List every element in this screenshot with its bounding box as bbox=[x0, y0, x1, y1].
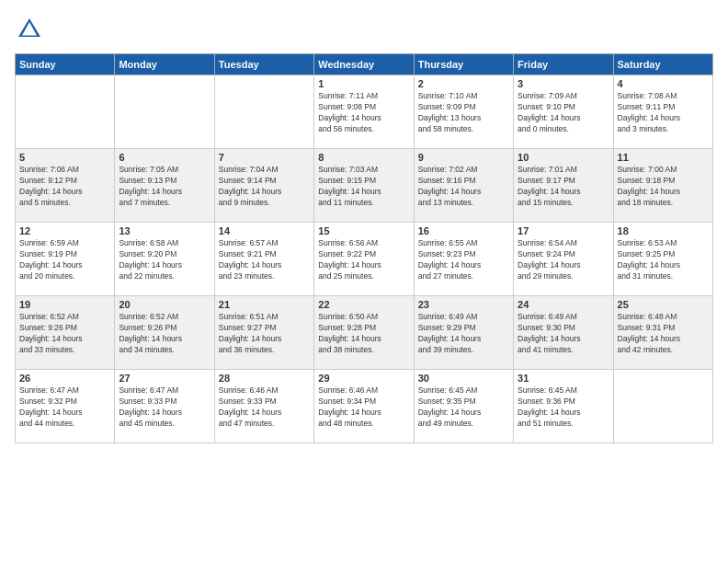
calendar-cell: 9Sunrise: 7:02 AM Sunset: 9:16 PM Daylig… bbox=[414, 149, 513, 223]
day-number: 12 bbox=[19, 225, 110, 236]
weekday-header-sunday: Sunday bbox=[16, 54, 115, 75]
day-info: Sunrise: 6:58 AM Sunset: 9:20 PM Dayligh… bbox=[119, 238, 210, 282]
calendar-cell: 15Sunrise: 6:56 AM Sunset: 9:22 PM Dayli… bbox=[314, 223, 414, 296]
day-number: 27 bbox=[119, 373, 210, 384]
weekday-header-thursday: Thursday bbox=[414, 54, 513, 75]
calendar-cell: 24Sunrise: 6:49 AM Sunset: 9:30 PM Dayli… bbox=[514, 296, 613, 370]
day-number: 8 bbox=[318, 152, 409, 163]
day-number: 14 bbox=[219, 225, 310, 236]
day-number: 24 bbox=[518, 299, 609, 310]
day-number: 5 bbox=[19, 152, 110, 163]
day-number: 22 bbox=[318, 299, 409, 310]
calendar-cell: 14Sunrise: 6:57 AM Sunset: 9:21 PM Dayli… bbox=[214, 223, 313, 296]
page: SundayMondayTuesdayWednesdayThursdayFrid… bbox=[0, 0, 728, 563]
day-info: Sunrise: 7:01 AM Sunset: 9:17 PM Dayligh… bbox=[518, 165, 609, 209]
day-info: Sunrise: 7:00 AM Sunset: 9:18 PM Dayligh… bbox=[618, 165, 709, 209]
calendar-cell: 10Sunrise: 7:01 AM Sunset: 9:17 PM Dayli… bbox=[514, 149, 613, 223]
weekday-header-tuesday: Tuesday bbox=[214, 54, 313, 75]
day-info: Sunrise: 6:46 AM Sunset: 9:33 PM Dayligh… bbox=[219, 385, 310, 430]
day-info: Sunrise: 6:47 AM Sunset: 9:33 PM Dayligh… bbox=[119, 385, 210, 430]
calendar-cell: 17Sunrise: 6:54 AM Sunset: 9:24 PM Dayli… bbox=[514, 223, 613, 296]
day-info: Sunrise: 6:45 AM Sunset: 9:36 PM Dayligh… bbox=[518, 385, 609, 430]
calendar-cell bbox=[115, 75, 214, 149]
calendar-cell: 4Sunrise: 7:08 AM Sunset: 9:11 PM Daylig… bbox=[613, 75, 712, 149]
day-info: Sunrise: 6:53 AM Sunset: 9:25 PM Dayligh… bbox=[618, 238, 709, 282]
calendar-cell bbox=[16, 75, 115, 149]
calendar-cell: 27Sunrise: 6:47 AM Sunset: 9:33 PM Dayli… bbox=[115, 370, 214, 443]
calendar-week-row: 1Sunrise: 7:11 AM Sunset: 9:08 PM Daylig… bbox=[16, 75, 713, 149]
calendar-cell: 16Sunrise: 6:55 AM Sunset: 9:23 PM Dayli… bbox=[414, 223, 513, 296]
day-number: 4 bbox=[618, 78, 709, 89]
calendar-week-row: 26Sunrise: 6:47 AM Sunset: 9:32 PM Dayli… bbox=[16, 370, 713, 443]
day-number: 31 bbox=[518, 373, 609, 384]
day-info: Sunrise: 6:45 AM Sunset: 9:35 PM Dayligh… bbox=[418, 385, 509, 430]
weekday-header-saturday: Saturday bbox=[613, 54, 712, 75]
weekday-header-monday: Monday bbox=[115, 54, 214, 75]
day-number: 16 bbox=[418, 225, 509, 236]
day-number: 19 bbox=[19, 299, 110, 310]
day-number: 10 bbox=[518, 152, 609, 163]
calendar-cell: 21Sunrise: 6:51 AM Sunset: 9:27 PM Dayli… bbox=[214, 296, 313, 370]
calendar-cell: 6Sunrise: 7:05 AM Sunset: 9:13 PM Daylig… bbox=[115, 149, 214, 223]
generalblue-logo-icon bbox=[15, 15, 44, 44]
day-number: 6 bbox=[119, 152, 210, 163]
calendar-cell bbox=[613, 370, 712, 443]
calendar-week-row: 12Sunrise: 6:59 AM Sunset: 9:19 PM Dayli… bbox=[16, 223, 713, 296]
calendar-cell: 22Sunrise: 6:50 AM Sunset: 9:28 PM Dayli… bbox=[314, 296, 414, 370]
day-info: Sunrise: 6:59 AM Sunset: 9:19 PM Dayligh… bbox=[19, 238, 110, 282]
day-info: Sunrise: 7:03 AM Sunset: 9:15 PM Dayligh… bbox=[318, 165, 409, 209]
day-number: 28 bbox=[219, 373, 310, 384]
calendar-cell: 29Sunrise: 6:46 AM Sunset: 9:34 PM Dayli… bbox=[314, 370, 414, 443]
calendar-cell: 5Sunrise: 7:06 AM Sunset: 9:12 PM Daylig… bbox=[16, 149, 115, 223]
calendar-cell: 28Sunrise: 6:46 AM Sunset: 9:33 PM Dayli… bbox=[214, 370, 313, 443]
calendar-cell: 12Sunrise: 6:59 AM Sunset: 9:19 PM Dayli… bbox=[16, 223, 115, 296]
calendar-week-row: 19Sunrise: 6:52 AM Sunset: 9:26 PM Dayli… bbox=[16, 296, 713, 370]
day-number: 13 bbox=[119, 225, 210, 236]
calendar-cell: 7Sunrise: 7:04 AM Sunset: 9:14 PM Daylig… bbox=[214, 149, 313, 223]
logo bbox=[15, 15, 48, 44]
day-info: Sunrise: 7:05 AM Sunset: 9:13 PM Dayligh… bbox=[119, 165, 210, 209]
calendar-cell bbox=[214, 75, 313, 149]
day-info: Sunrise: 7:04 AM Sunset: 9:14 PM Dayligh… bbox=[219, 165, 310, 209]
day-info: Sunrise: 6:46 AM Sunset: 9:34 PM Dayligh… bbox=[318, 385, 409, 430]
day-number: 11 bbox=[618, 152, 709, 163]
day-info: Sunrise: 6:52 AM Sunset: 9:26 PM Dayligh… bbox=[119, 312, 210, 356]
day-number: 30 bbox=[418, 373, 509, 384]
day-info: Sunrise: 6:55 AM Sunset: 9:23 PM Dayligh… bbox=[418, 238, 509, 282]
day-number: 23 bbox=[418, 299, 509, 310]
day-number: 7 bbox=[219, 152, 310, 163]
day-number: 1 bbox=[318, 78, 409, 89]
day-info: Sunrise: 6:51 AM Sunset: 9:27 PM Dayligh… bbox=[219, 312, 310, 356]
day-info: Sunrise: 6:49 AM Sunset: 9:30 PM Dayligh… bbox=[518, 312, 609, 356]
calendar-cell: 13Sunrise: 6:58 AM Sunset: 9:20 PM Dayli… bbox=[115, 223, 214, 296]
weekday-header-wednesday: Wednesday bbox=[314, 54, 414, 75]
calendar-cell: 20Sunrise: 6:52 AM Sunset: 9:26 PM Dayli… bbox=[115, 296, 214, 370]
day-number: 29 bbox=[318, 373, 409, 384]
day-number: 26 bbox=[19, 373, 110, 384]
calendar-cell: 1Sunrise: 7:11 AM Sunset: 9:08 PM Daylig… bbox=[314, 75, 414, 149]
calendar-cell: 19Sunrise: 6:52 AM Sunset: 9:26 PM Dayli… bbox=[16, 296, 115, 370]
calendar-cell: 11Sunrise: 7:00 AM Sunset: 9:18 PM Dayli… bbox=[613, 149, 712, 223]
day-info: Sunrise: 7:10 AM Sunset: 9:09 PM Dayligh… bbox=[418, 91, 509, 135]
day-info: Sunrise: 6:48 AM Sunset: 9:31 PM Dayligh… bbox=[618, 312, 709, 356]
day-info: Sunrise: 7:08 AM Sunset: 9:11 PM Dayligh… bbox=[618, 91, 709, 135]
day-info: Sunrise: 7:06 AM Sunset: 9:12 PM Dayligh… bbox=[19, 165, 110, 209]
calendar-cell: 31Sunrise: 6:45 AM Sunset: 9:36 PM Dayli… bbox=[514, 370, 613, 443]
calendar-cell: 26Sunrise: 6:47 AM Sunset: 9:32 PM Dayli… bbox=[16, 370, 115, 443]
calendar-cell: 8Sunrise: 7:03 AM Sunset: 9:15 PM Daylig… bbox=[314, 149, 414, 223]
day-info: Sunrise: 6:56 AM Sunset: 9:22 PM Dayligh… bbox=[318, 238, 409, 282]
weekday-header-friday: Friday bbox=[514, 54, 613, 75]
day-number: 21 bbox=[219, 299, 310, 310]
calendar-table: SundayMondayTuesdayWednesdayThursdayFrid… bbox=[15, 53, 713, 443]
calendar-week-row: 5Sunrise: 7:06 AM Sunset: 9:12 PM Daylig… bbox=[16, 149, 713, 223]
calendar-cell: 25Sunrise: 6:48 AM Sunset: 9:31 PM Dayli… bbox=[613, 296, 712, 370]
day-info: Sunrise: 6:57 AM Sunset: 9:21 PM Dayligh… bbox=[219, 238, 310, 282]
day-info: Sunrise: 6:52 AM Sunset: 9:26 PM Dayligh… bbox=[19, 312, 110, 356]
calendar-cell: 18Sunrise: 6:53 AM Sunset: 9:25 PM Dayli… bbox=[613, 223, 712, 296]
day-info: Sunrise: 7:11 AM Sunset: 9:08 PM Dayligh… bbox=[318, 91, 409, 135]
day-info: Sunrise: 6:47 AM Sunset: 9:32 PM Dayligh… bbox=[19, 385, 110, 430]
day-number: 18 bbox=[618, 225, 709, 236]
header bbox=[15, 15, 713, 44]
day-number: 25 bbox=[618, 299, 709, 310]
day-info: Sunrise: 6:54 AM Sunset: 9:24 PM Dayligh… bbox=[518, 238, 609, 282]
